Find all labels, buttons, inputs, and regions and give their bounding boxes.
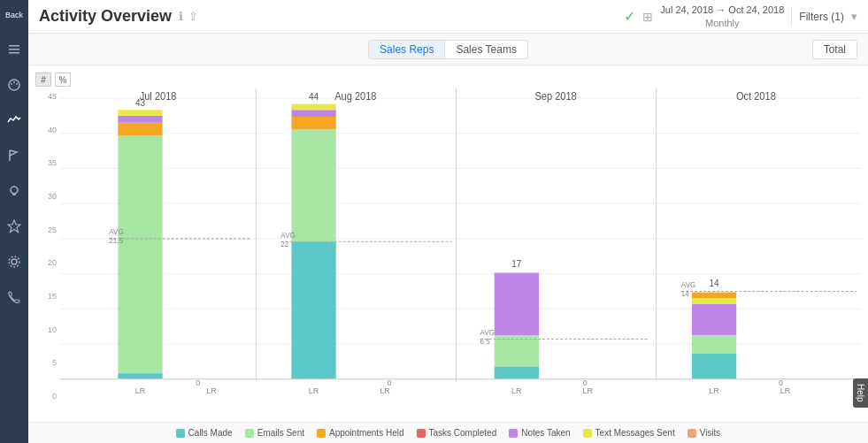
legend-emails-sent-label: Emails Sent: [257, 428, 304, 438]
svg-point-7: [11, 187, 18, 194]
legend-calls-made-color: [176, 429, 185, 438]
svg-text:Sep 2018: Sep 2018: [534, 90, 576, 103]
svg-text:LR: LR: [583, 386, 594, 395]
svg-text:AVG: AVG: [280, 230, 295, 239]
settings-icon[interactable]: [4, 251, 25, 272]
legend-calls-made: Calls Made: [176, 428, 233, 438]
svg-text:6.5: 6.5: [480, 337, 490, 346]
bar-chart: Jul 2018 Aug 2018 Sep 2018 Oct 2018 43: [60, 88, 861, 401]
svg-text:LR: LR: [780, 386, 791, 395]
y-axis: 0 5 10 15 20 25 30 35 40 45: [35, 88, 60, 422]
svg-rect-66: [692, 293, 736, 299]
svg-rect-2: [9, 52, 19, 54]
svg-text:Aug 2018: Aug 2018: [334, 90, 376, 103]
legend-notes-taken-color: [509, 429, 518, 438]
help-button[interactable]: Help: [853, 378, 868, 408]
svg-rect-29: [118, 135, 162, 373]
share-icon[interactable]: ⇧: [188, 10, 198, 23]
info-icon[interactable]: ℹ: [179, 10, 183, 23]
svg-text:AVG: AVG: [109, 227, 123, 236]
svg-rect-28: [118, 373, 162, 379]
list-icon[interactable]: [4, 39, 25, 60]
back-button[interactable]: Back: [4, 7, 25, 23]
svg-text:LR: LR: [511, 386, 522, 395]
svg-text:LR: LR: [135, 386, 146, 395]
chart-area: # % 0 5 10 15 20 25 30 35 40 45: [28, 65, 868, 422]
scale-percent-button[interactable]: %: [55, 73, 71, 87]
date-range-display[interactable]: Jul 24, 2018 → Oct 24, 2018 Monthly: [660, 4, 784, 29]
svg-text:22: 22: [280, 239, 288, 248]
page-title: Activity Overview: [39, 7, 172, 26]
legend-emails-sent: Emails Sent: [245, 428, 304, 438]
chart-wrapper: 0 5 10 15 20 25 30 35 40 45: [35, 88, 861, 422]
toolbar: Sales Reps Sales Teams Total: [28, 34, 868, 65]
svg-text:LR: LR: [709, 386, 719, 395]
svg-rect-44: [291, 104, 335, 111]
chart-svg-container: Jul 2018 Aug 2018 Sep 2018 Oct 2018 43: [60, 88, 861, 422]
svg-rect-32: [118, 110, 162, 116]
filter-button[interactable]: Filters (1): [799, 11, 844, 23]
header: Activity Overview ℹ ⇧ ✓ ⊞ Jul 24, 2018 →…: [28, 0, 868, 34]
tab-sales-teams[interactable]: Sales Teams: [444, 41, 526, 58]
chart-legend: Calls Made Emails Sent Appointments Held…: [28, 422, 868, 443]
legend-notes-taken-label: Notes Taken: [521, 428, 570, 438]
svg-point-6: [16, 83, 18, 85]
legend-appointments-held: Appointments Held: [317, 428, 404, 438]
svg-text:LR: LR: [206, 386, 217, 395]
legend-tasks-completed: Tasks Completed: [417, 428, 497, 438]
legend-appointments-held-color: [317, 429, 326, 438]
svg-point-4: [11, 83, 12, 85]
svg-rect-43: [291, 110, 335, 117]
legend-notes-taken: Notes Taken: [509, 428, 570, 438]
svg-rect-30: [118, 123, 162, 135]
legend-visits-label: Visits: [700, 428, 721, 438]
legend-text-messages-sent-label: Text Messages Sent: [595, 428, 675, 438]
svg-point-11: [9, 256, 19, 267]
svg-rect-53: [495, 335, 539, 366]
legend-calls-made-label: Calls Made: [188, 428, 233, 438]
svg-text:AVG: AVG: [480, 328, 495, 337]
svg-rect-62: [692, 354, 736, 379]
palette-icon[interactable]: [4, 74, 25, 95]
flag-icon[interactable]: [4, 145, 25, 166]
legend-text-messages-sent-color: [583, 429, 592, 438]
svg-text:14: 14: [681, 289, 689, 298]
svg-rect-54: [495, 272, 539, 335]
legend-text-messages-sent: Text Messages Sent: [583, 428, 675, 438]
svg-rect-63: [692, 335, 736, 354]
divider: [791, 8, 792, 26]
svg-rect-41: [291, 129, 335, 241]
bulb-icon[interactable]: [4, 180, 25, 202]
svg-rect-42: [291, 117, 335, 129]
tab-sales-reps[interactable]: Sales Reps: [369, 41, 444, 58]
svg-rect-65: [692, 298, 736, 304]
svg-rect-31: [118, 116, 162, 123]
svg-rect-64: [692, 304, 736, 335]
grid-icon[interactable]: ⊞: [642, 10, 653, 24]
header-controls: ✓ ⊞ Jul 24, 2018 → Oct 24, 2018 Monthly …: [624, 4, 857, 29]
check-icon[interactable]: ✓: [624, 8, 635, 25]
svg-text:LR: LR: [309, 386, 319, 395]
svg-rect-40: [291, 241, 335, 379]
activity-icon[interactable]: [4, 110, 25, 131]
phone-icon[interactable]: [4, 286, 25, 308]
sidebar: Back: [0, 0, 28, 443]
svg-text:AVG: AVG: [681, 280, 695, 289]
legend-tasks-completed-color: [417, 429, 426, 438]
filter-chevron-icon[interactable]: ▾: [851, 10, 857, 23]
header-icon-group: ℹ ⇧: [179, 10, 198, 23]
svg-text:44: 44: [309, 91, 319, 103]
svg-point-5: [13, 81, 15, 83]
svg-point-3: [9, 80, 19, 90]
legend-emails-sent-color: [245, 429, 254, 438]
svg-text:17: 17: [511, 257, 521, 269]
legend-appointments-held-label: Appointments Held: [329, 428, 404, 438]
svg-text:14: 14: [709, 277, 718, 288]
legend-visits-color: [687, 429, 696, 438]
svg-rect-1: [9, 49, 19, 50]
legend-tasks-completed-label: Tasks Completed: [429, 428, 497, 438]
star-icon[interactable]: [4, 216, 25, 237]
scale-count-button[interactable]: #: [35, 73, 51, 87]
svg-text:21.5: 21.5: [109, 236, 123, 245]
total-button[interactable]: Total: [812, 40, 857, 59]
